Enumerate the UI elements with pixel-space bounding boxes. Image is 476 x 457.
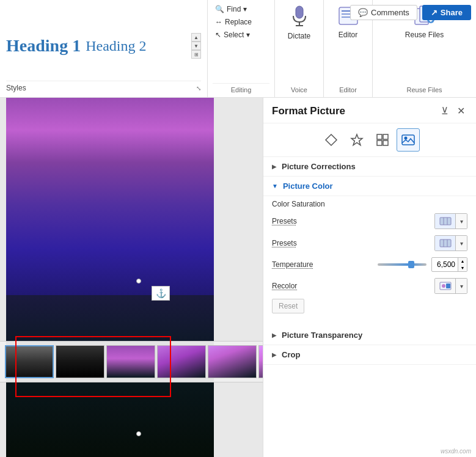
- red-selection-box: [15, 336, 171, 397]
- svg-marker-13: [351, 134, 362, 145]
- comments-label: Comments: [371, 8, 409, 17]
- reset-button[interactable]: Reset: [272, 299, 304, 313]
- presets-label-bottom: Presets: [272, 239, 297, 247]
- color-saturation-label: Color Saturation: [272, 200, 467, 208]
- styles-scroll: ▲ ▼ ⊞: [191, 33, 201, 59]
- format-pin-button[interactable]: ⊻: [439, 104, 451, 118]
- svg-rect-14: [377, 134, 382, 139]
- temperature-row: Temperature 6,500 ▲ ▼: [272, 257, 467, 272]
- styles-section: Heading 1 Heading 2 ▲ ▼ ⊞ Styles ⤡: [0, 0, 208, 97]
- picture-corrections-section[interactable]: ▶ Picture Corrections: [263, 157, 476, 177]
- temperature-spinners: ▲ ▼: [458, 258, 467, 271]
- editing-label: Editing: [213, 83, 269, 93]
- reuse-files-label: Reuse Files: [405, 31, 444, 39]
- preset-thumb-sat3[interactable]: [208, 345, 257, 378]
- styles-footer: Styles ⤡: [6, 81, 201, 92]
- transparency-title: Picture Transparency: [282, 331, 362, 340]
- replace-button[interactable]: ↔ Replace: [213, 16, 269, 27]
- find-arrow: ▾: [243, 5, 247, 13]
- svg-rect-20: [440, 218, 451, 225]
- temperature-slider[interactable]: [378, 263, 427, 266]
- color-arrow: ▼: [272, 183, 278, 189]
- comment-icon: 💬: [358, 8, 368, 17]
- presets-label-top: Presets: [272, 217, 297, 225]
- heading1-style[interactable]: Heading 1: [6, 36, 81, 56]
- svg-rect-17: [383, 141, 388, 145]
- temperature-spin-up[interactable]: ▲: [458, 258, 467, 265]
- replace-icon: ↔: [215, 18, 222, 26]
- transparency-arrow: ▶: [272, 332, 277, 338]
- share-button[interactable]: ↗ Share: [422, 5, 471, 20]
- document-image[interactable]: [6, 98, 214, 457]
- ribbon: 💬 Comments ↗ Share Heading 1 Heading 2 ▲…: [0, 0, 476, 98]
- color-title: Picture Color: [283, 181, 333, 191]
- recolor-row: Recolor ▾: [272, 278, 467, 294]
- svg-point-19: [405, 137, 408, 140]
- temperature-value: 6,500: [432, 260, 458, 269]
- image-sky: [6, 98, 214, 313]
- presets-dropdown-bottom[interactable]: ▾: [434, 235, 467, 251]
- corrections-arrow: ▶: [272, 163, 277, 170]
- temperature-value-box: 6,500 ▲ ▼: [431, 257, 467, 272]
- editing-section: 🔍 Find ▾ ↔ Replace ↖ Select ▾ Editing: [208, 0, 275, 97]
- presets-row-bottom: Presets ▾: [272, 235, 467, 251]
- scroll-expand-button[interactable]: ⊞: [191, 50, 201, 59]
- select-icon: ↖: [215, 31, 221, 39]
- editor-label: Editor: [339, 31, 357, 39]
- heading2-style[interactable]: Heading 2: [86, 38, 146, 54]
- corrections-title: Picture Corrections: [282, 162, 356, 171]
- format-picture-panel: Format Picture ⊻ ✕: [263, 98, 476, 457]
- format-close-button[interactable]: ✕: [455, 104, 467, 118]
- find-icon: 🔍: [215, 5, 224, 13]
- selection-handle-top[interactable]: [136, 279, 141, 283]
- tab-effects[interactable]: [345, 128, 368, 152]
- temperature-spin-down[interactable]: ▼: [458, 265, 467, 271]
- tab-fill-line[interactable]: [320, 128, 343, 152]
- share-label: Share: [441, 8, 463, 17]
- reuse-files-footer: Reuse Files: [406, 86, 442, 93]
- main-content: ⚓: [0, 98, 476, 457]
- format-header-actions: ⊻ ✕: [439, 104, 467, 118]
- replace-label: Replace: [225, 18, 252, 26]
- comments-button[interactable]: 💬 Comments: [350, 5, 417, 20]
- picture-color-section[interactable]: ▼ Picture Color: [263, 177, 476, 196]
- crop-arrow: ▶: [272, 351, 277, 358]
- scroll-up-button[interactable]: ▲: [191, 33, 201, 42]
- svg-rect-18: [402, 135, 414, 145]
- select-button[interactable]: ↖ Select ▾: [213, 29, 269, 40]
- selection-handle-bottom[interactable]: [136, 431, 141, 436]
- voice-section: Dictate Voice: [275, 0, 324, 97]
- styles-label: Styles: [6, 84, 26, 92]
- presets-icon-bottom: [435, 235, 456, 251]
- recolor-dropdown[interactable]: ▾: [434, 278, 467, 294]
- presets-icon-top: [435, 213, 456, 229]
- presets-row-top: Presets ▾: [272, 213, 467, 229]
- preset-thumb-sat4[interactable]: [258, 345, 263, 378]
- tab-picture[interactable]: [397, 128, 420, 152]
- scroll-down-button[interactable]: ▼: [191, 42, 201, 50]
- presets-arrow-btn-bottom[interactable]: ▾: [456, 235, 467, 251]
- presets-arrow-btn-top[interactable]: ▾: [456, 213, 467, 229]
- presets-dropdown-top[interactable]: ▾: [434, 213, 467, 229]
- svg-rect-0: [296, 6, 303, 18]
- watermark: wsxdn.com: [441, 448, 471, 455]
- crop-section[interactable]: ▶ Crop: [263, 345, 476, 365]
- recolor-arrow-btn[interactable]: ▾: [456, 278, 467, 294]
- format-title: Format Picture: [272, 105, 345, 117]
- styles-expand-icon[interactable]: ⤡: [196, 85, 201, 92]
- crop-title: Crop: [282, 350, 300, 359]
- dictate-button[interactable]: [287, 4, 312, 28]
- temperature-slider-container: 6,500 ▲ ▼: [378, 257, 467, 272]
- find-label: Find: [227, 5, 241, 13]
- find-button[interactable]: 🔍 Find ▾: [213, 4, 269, 15]
- anchor-icon: ⚓: [152, 286, 170, 301]
- select-label: Select: [224, 31, 244, 39]
- voice-footer: Voice: [291, 86, 307, 93]
- tab-layout-properties[interactable]: [371, 128, 394, 152]
- picture-transparency-section[interactable]: ▶ Picture Transparency: [263, 326, 476, 345]
- recolor-icon: [435, 278, 456, 294]
- temperature-slider-thumb[interactable]: [408, 261, 414, 268]
- editor-footer: Editor: [339, 86, 357, 93]
- svg-rect-15: [383, 134, 388, 139]
- format-header: Format Picture ⊻ ✕: [263, 98, 476, 123]
